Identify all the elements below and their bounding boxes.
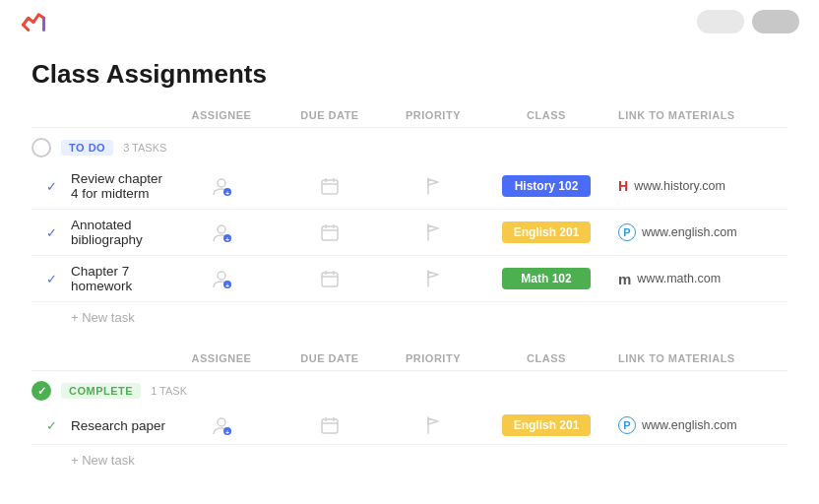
task-priority-1[interactable] xyxy=(384,177,482,195)
complete-task-materials-1[interactable]: P www.english.com xyxy=(610,416,788,434)
class-badge-1: History 102 xyxy=(502,175,591,197)
main-content: Class Assignments ASSIGNEE DUE DATE PRIO… xyxy=(0,43,819,504)
col-duedate: DUE DATE xyxy=(276,109,384,121)
complete-new-task-row: + New task xyxy=(32,445,788,472)
complete-flag-icon-1 xyxy=(425,416,441,434)
history-icon: H xyxy=(618,178,628,194)
topbar-controls xyxy=(697,10,799,33)
task-duedate-1[interactable] xyxy=(276,177,384,195)
complete-new-task-button[interactable]: + New task xyxy=(71,453,135,468)
assignee-icon-2: + xyxy=(211,221,232,243)
task-assignee-1[interactable]: + xyxy=(167,175,276,197)
task-assignee-3[interactable]: + xyxy=(167,268,276,289)
col-assignee: ASSIGNEE xyxy=(167,109,276,121)
task-duedate-2[interactable] xyxy=(276,223,384,241)
material-link-2: www.english.com xyxy=(642,225,737,239)
flag-icon-2 xyxy=(425,223,441,241)
flag-icon-3 xyxy=(425,270,441,287)
svg-text:+: + xyxy=(225,190,229,197)
complete-english-icon: P xyxy=(618,416,636,434)
task-priority-2[interactable] xyxy=(384,223,482,241)
checkmark-icon-3: ✓ xyxy=(46,272,57,286)
checkmark-icon-1: ✓ xyxy=(46,179,57,194)
task-materials-1[interactable]: H www.history.com xyxy=(610,178,788,194)
complete-column-headers: ASSIGNEE DUE DATE PRIORITY CLASS LINK TO… xyxy=(32,352,788,371)
svg-text:+: + xyxy=(225,283,229,289)
checkmark-icon-2: ✓ xyxy=(46,225,57,240)
flag-icon-1 xyxy=(425,177,441,195)
todo-new-task-button[interactable]: + New task xyxy=(71,310,135,325)
svg-point-0 xyxy=(218,179,225,187)
table-row: ✓ Chapter 7 homework + xyxy=(32,256,788,302)
todo-badge: TO DO xyxy=(61,140,113,156)
task-priority-3[interactable] xyxy=(384,270,482,287)
complete-section-header: COMPLETE 1 TASK xyxy=(32,371,788,407)
todo-circle xyxy=(32,138,51,158)
complete-task-class-1: English 201 xyxy=(482,414,610,436)
complete-task-duedate-1[interactable] xyxy=(276,416,384,434)
task-assignee-2[interactable]: + xyxy=(167,221,276,243)
svg-rect-24 xyxy=(322,419,338,433)
col-priority: PRIORITY xyxy=(384,109,482,121)
svg-rect-10 xyxy=(322,226,338,240)
complete-circle xyxy=(32,381,51,401)
complete-assignee-icon-1: + xyxy=(211,414,232,436)
todo-section: TO DO 3 TASKS ✓ Review chapter 4 for mid… xyxy=(32,128,788,329)
page-title: Class Assignments xyxy=(32,59,788,90)
col-task xyxy=(71,109,167,121)
calendar-icon-2 xyxy=(321,223,339,241)
class-badge-2: English 201 xyxy=(502,221,592,243)
col-class: CLASS xyxy=(482,109,610,121)
complete-badge: COMPLETE xyxy=(61,383,141,399)
math-icon: m xyxy=(618,271,631,287)
column-headers: ASSIGNEE DUE DATE PRIORITY CLASS LINK TO… xyxy=(32,109,788,128)
complete-count: 1 TASK xyxy=(151,385,187,397)
table-row: ✓ Annotated bibliography + xyxy=(32,210,788,256)
task-name-3: Chapter 7 homework xyxy=(71,264,167,293)
task-materials-3[interactable]: m www.math.com xyxy=(610,271,788,287)
svg-point-14 xyxy=(218,272,225,280)
complete-col-task xyxy=(71,352,167,364)
topbar-button-2[interactable] xyxy=(752,10,799,33)
calendar-icon-1 xyxy=(321,177,339,195)
svg-text:+: + xyxy=(225,236,229,243)
complete-task-priority-1[interactable] xyxy=(384,416,482,434)
task-name-2: Annotated bibliography xyxy=(71,218,167,247)
complete-task-assignee-1[interactable]: + xyxy=(167,414,276,436)
assignee-icon-3: + xyxy=(211,268,232,289)
table-row: ✓ Review chapter 4 for midterm + xyxy=(32,163,788,210)
task-name-1: Review chapter 4 for midterm xyxy=(71,171,167,201)
topbar-button-1[interactable] xyxy=(697,10,744,33)
task-class-1: History 102 xyxy=(482,175,610,197)
todo-new-task-row: + New task xyxy=(32,302,788,329)
col-check xyxy=(32,109,71,121)
complete-calendar-icon-1 xyxy=(321,416,339,434)
complete-col-class: CLASS xyxy=(482,352,610,364)
calendar-icon-3 xyxy=(321,270,339,287)
task-class-2: English 201 xyxy=(482,221,610,243)
task-materials-2[interactable]: P www.english.com xyxy=(610,223,788,241)
complete-checkmark-icon-1: ✓ xyxy=(46,418,57,433)
complete-task-name-1: Research paper xyxy=(71,418,167,433)
assignee-icon-1: + xyxy=(211,175,232,197)
col-materials: LINK TO MATERIALS xyxy=(610,109,788,121)
complete-col-duedate: DUE DATE xyxy=(276,352,384,364)
complete-col-materials: LINK TO MATERIALS xyxy=(610,352,788,364)
english-icon: P xyxy=(618,223,636,241)
complete-material-link-1: www.english.com xyxy=(642,418,737,432)
complete-class-badge-1: English 201 xyxy=(502,414,592,436)
task-check-1[interactable]: ✓ xyxy=(32,179,71,194)
svg-point-7 xyxy=(218,225,225,233)
task-class-3: Math 102 xyxy=(482,268,610,289)
table-row: ✓ Research paper + xyxy=(32,407,788,445)
task-check-2[interactable]: ✓ xyxy=(32,225,71,240)
topbar xyxy=(0,0,819,43)
task-duedate-3[interactable] xyxy=(276,270,384,287)
todo-section-header: TO DO 3 TASKS xyxy=(32,128,788,163)
task-check-3[interactable]: ✓ xyxy=(32,272,71,286)
complete-task-check-1[interactable]: ✓ xyxy=(32,418,71,433)
svg-text:+: + xyxy=(225,429,229,436)
logo xyxy=(20,6,47,37)
todo-count: 3 TASKS xyxy=(123,142,166,154)
complete-col-priority: PRIORITY xyxy=(384,352,482,364)
